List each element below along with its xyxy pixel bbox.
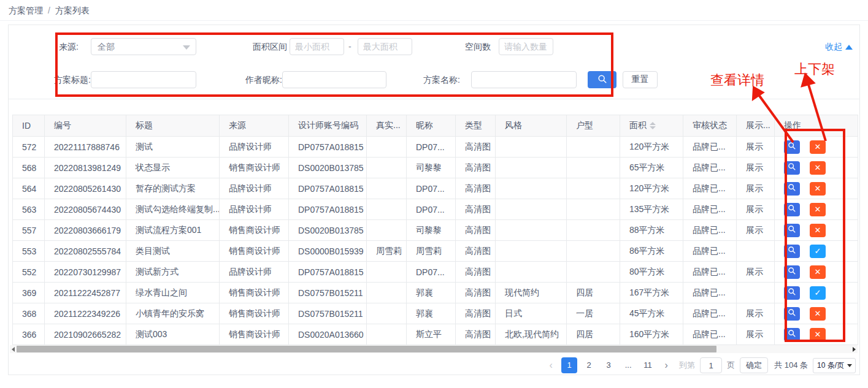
prev-page-button[interactable]: ‹: [545, 360, 556, 371]
cell-area: 86平方米: [620, 241, 683, 262]
page-button[interactable]: 11: [640, 357, 656, 373]
shelf-toggle-button[interactable]: ✓: [810, 286, 826, 300]
cell-operations: ✕: [775, 303, 858, 324]
cell-house-layout: [567, 199, 620, 220]
shelf-toggle-button[interactable]: ✕: [810, 265, 826, 279]
cell-type: 高清图: [456, 324, 496, 345]
cell-area: 88平方米: [620, 220, 683, 241]
view-detail-button[interactable]: [784, 182, 800, 196]
cell-type: 高清图: [456, 178, 496, 199]
plan-title-label: 方案标题:: [54, 71, 91, 88]
cell-code: 20220805261430: [45, 178, 126, 199]
search-button[interactable]: [588, 71, 616, 88]
page-button[interactable]: 3: [601, 357, 616, 373]
cell-designer-code: DP0757A018815: [289, 199, 367, 220]
source-select[interactable]: 全部: [91, 38, 196, 55]
cell-id: 368: [13, 303, 45, 324]
shelf-toggle-button[interactable]: ✕: [810, 182, 826, 196]
cell-style: 北欧,现代简约: [496, 324, 567, 345]
area-max-input[interactable]: [358, 38, 412, 55]
cell-audit-status: 品牌已...: [683, 158, 737, 178]
cell-title: 测试新方式: [126, 262, 220, 283]
view-detail-button[interactable]: [784, 224, 800, 237]
view-detail-button[interactable]: [784, 286, 800, 300]
magnifier-icon: [788, 329, 796, 340]
cell-code: 20220813981249: [45, 158, 126, 178]
page-button[interactable]: 1: [561, 357, 577, 373]
total-count: 共 104 条: [774, 360, 808, 371]
cell-type: 高清图: [456, 137, 496, 158]
view-detail-button[interactable]: [784, 265, 800, 279]
cell-type: 高清图: [456, 241, 496, 262]
shelf-toggle-button[interactable]: ✕: [810, 140, 826, 154]
breadcrumb-plan-management[interactable]: 方案管理: [9, 6, 43, 15]
confirm-button[interactable]: 确定: [740, 357, 768, 373]
shelf-toggle-button[interactable]: ✕: [810, 307, 826, 321]
area-min-input[interactable]: [290, 38, 344, 55]
cell-designer-code: DS0757B015211: [289, 283, 367, 303]
cell-display: 展示: [737, 220, 775, 241]
shelf-toggle-button[interactable]: ✓: [810, 245, 826, 258]
scroll-right-icon[interactable]: [853, 347, 856, 352]
table-row: 564 20220805261430 暂存的测试方案 品牌设计师 DP0757A…: [13, 178, 858, 199]
page-button[interactable]: ...: [620, 357, 636, 373]
shelf-toggle-button[interactable]: ✕: [810, 328, 826, 341]
source-label: 来源:: [59, 38, 79, 55]
cell-designer-code: DS0020A013660: [289, 324, 367, 345]
view-detail-button[interactable]: [784, 307, 800, 321]
reset-button[interactable]: 重置: [623, 71, 658, 88]
view-detail-button[interactable]: [784, 161, 800, 175]
table-row: 552 20220730129987 测试新方式 品牌设计师 DP0757A01…: [13, 262, 858, 283]
cell-real-name: [367, 199, 407, 220]
next-page-button[interactable]: ›: [661, 360, 672, 371]
plan-name-input[interactable]: [471, 71, 577, 88]
cell-style: [496, 158, 567, 178]
col-area: 面积: [620, 115, 683, 137]
cell-nickname: DP07...: [407, 137, 456, 158]
cell-designer-code: DS0020B013785: [289, 220, 367, 241]
cell-designer-code: DP0757A018815: [289, 262, 367, 283]
page-size-select[interactable]: 10 条/页: [813, 358, 856, 373]
page-word: 页: [727, 360, 735, 371]
sort-area-icon[interactable]: [650, 122, 656, 129]
table-row: 369 20211222452877 绿水青山之间 销售商设计师 DS0757B…: [13, 283, 858, 303]
cell-nickname: 司黎黎: [407, 220, 456, 241]
page-button[interactable]: 2: [581, 357, 597, 373]
shelf-toggle-button[interactable]: ✕: [810, 203, 826, 216]
view-detail-button[interactable]: [784, 140, 800, 154]
view-detail-button[interactable]: [784, 203, 800, 216]
cell-area: 167平方米: [620, 283, 683, 303]
cell-house-layout: [567, 220, 620, 241]
cell-operations: ✕: [775, 324, 858, 345]
plan-title-input[interactable]: [91, 71, 196, 88]
space-count-label: 空间数: [465, 38, 491, 55]
goto-page-input[interactable]: [700, 357, 722, 373]
cell-source: 销售商设计师: [220, 241, 289, 262]
collapse-link[interactable]: 收起: [825, 38, 853, 55]
cell-style: [496, 220, 567, 241]
cell-type: 高清图: [456, 199, 496, 220]
cell-style: [496, 178, 567, 199]
cell-type: 高清图: [456, 220, 496, 241]
author-nick-input[interactable]: [282, 71, 386, 88]
scroll-left-icon[interactable]: [12, 347, 15, 352]
cell-audit-status: 品牌已...: [683, 303, 737, 324]
cell-display: [737, 241, 775, 262]
space-count-input[interactable]: [499, 38, 553, 55]
horizontal-scrollbar[interactable]: [10, 345, 858, 353]
breadcrumb: 方案管理/方案列表: [9, 6, 90, 17]
cell-real-name: [367, 137, 407, 158]
view-detail-button[interactable]: [784, 328, 800, 341]
cell-id: 568: [13, 158, 45, 178]
view-detail-button[interactable]: [784, 245, 800, 258]
shelf-toggle-button[interactable]: ✕: [810, 161, 826, 175]
cell-audit-status: 品牌已...: [683, 178, 737, 199]
cell-designer-code: DP0757A018815: [289, 178, 367, 199]
magnifier-icon: [788, 142, 796, 152]
shelf-toggle-button[interactable]: ✕: [810, 224, 826, 237]
scrollbar-thumb[interactable]: [17, 346, 716, 352]
cell-designer-code: DS0757B015211: [289, 303, 367, 324]
cell-title: 小镇青年的安乐窝: [126, 303, 220, 324]
page-buttons: 1 2 3 ... 11: [561, 357, 656, 373]
cell-source: 销售商设计师: [220, 283, 289, 303]
